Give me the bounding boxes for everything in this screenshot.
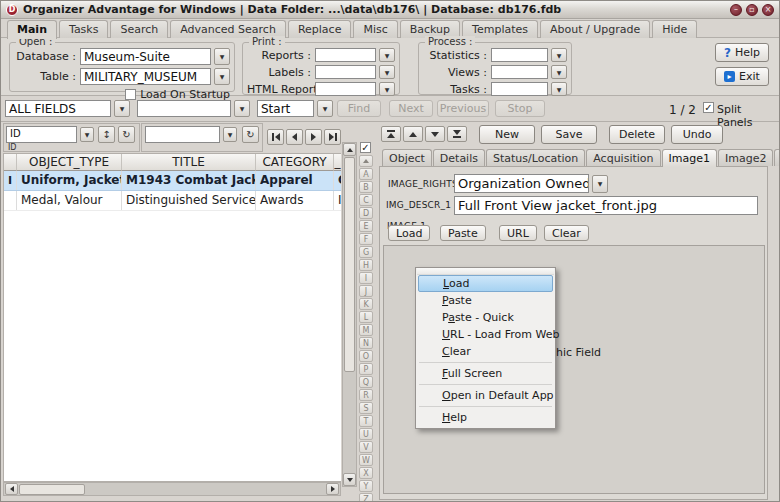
refresh-filter-button[interactable]: ↻: [242, 126, 259, 143]
alphabet-letter-n[interactable]: N: [359, 337, 373, 349]
main-tab-misc[interactable]: Misc: [353, 20, 397, 38]
menu-item-paste[interactable]: Paste: [418, 292, 553, 309]
undo-button[interactable]: Undo: [671, 125, 723, 144]
scroll-up-button[interactable]: [343, 143, 356, 156]
chevron-down-icon[interactable]: ▼: [551, 65, 567, 79]
process-combo-statistics[interactable]: ▼: [491, 48, 567, 62]
chevron-down-icon[interactable]: ▼: [214, 68, 230, 85]
alphabet-letter-b[interactable]: B: [359, 181, 373, 193]
new-button[interactable]: New: [479, 125, 535, 144]
chevron-down-icon[interactable]: ▼: [214, 48, 230, 65]
delete-button[interactable]: Delete: [609, 125, 665, 144]
table-row[interactable]: IUniform, JacketM1943 Combat JacketAppar…: [4, 171, 341, 191]
load-image-button[interactable]: Load: [388, 225, 430, 241]
field-selector-combo[interactable]: ALL FIELDS ▼: [5, 100, 130, 117]
alphabet-letter-e[interactable]: E: [359, 220, 373, 232]
detail-tab-image2[interactable]: Image2: [718, 149, 773, 166]
alphabet-letter-t[interactable]: T: [359, 415, 373, 427]
scroll-down-button[interactable]: [343, 473, 356, 486]
first-record-button[interactable]: [381, 126, 401, 142]
detail-tab-object[interactable]: Object: [382, 149, 432, 166]
paste-image-button[interactable]: Paste: [440, 225, 486, 241]
stop-button[interactable]: Stop: [495, 100, 545, 117]
database-combo[interactable]: Museum-Suite ▼: [80, 48, 230, 65]
scroll-thumb[interactable]: [344, 157, 355, 372]
grid-header-category[interactable]: CATEGORY: [256, 154, 334, 171]
grid-header-indicator[interactable]: [4, 154, 17, 171]
split-panels-checkbox[interactable]: ✓: [703, 102, 714, 113]
menu-item-load[interactable]: Load: [418, 275, 553, 292]
search-term-combo[interactable]: ▼: [137, 100, 250, 117]
find-button[interactable]: Find: [337, 100, 381, 117]
alphabet-letter-k[interactable]: K: [359, 298, 373, 310]
alphabet-letter-s[interactable]: S: [359, 402, 373, 414]
alphabet-letter-m[interactable]: M: [359, 324, 373, 336]
print-combo-reports[interactable]: ▼: [315, 48, 395, 62]
detail-tab-view[interactable]: View: [774, 149, 780, 166]
main-tab-about-upgrade[interactable]: About / Upgrade: [540, 20, 650, 38]
chevron-down-icon[interactable]: ▼: [592, 175, 608, 193]
detail-tab-status-location[interactable]: Status/Location: [486, 149, 585, 166]
print-combo-html-reports[interactable]: ▼: [315, 82, 395, 96]
alphabet-filter-checkbox[interactable]: ✓: [360, 142, 371, 153]
alphabet-letter-z[interactable]: Z: [359, 493, 373, 502]
alphabet-letter-f[interactable]: F: [359, 233, 373, 245]
scroll-right-button[interactable]: [326, 483, 339, 495]
alphabet-letter-g[interactable]: G: [359, 246, 373, 258]
main-tab-main[interactable]: Main: [7, 20, 57, 39]
main-tab-replace[interactable]: Replace: [288, 20, 352, 38]
grid-header-object-type[interactable]: OBJECT_TYPE: [17, 154, 122, 171]
detail-tab-details[interactable]: Details: [433, 149, 485, 166]
alphabet-letter-c[interactable]: C: [359, 194, 373, 206]
chevron-down-icon[interactable]: ▼: [379, 65, 395, 79]
grid-header-[interactable]: _: [334, 154, 341, 171]
image-rights-combo[interactable]: Organization Owned ▼: [454, 174, 608, 193]
title-bar[interactable]: D Organizer Advantage for Windows | Data…: [1, 1, 779, 19]
previous-button[interactable]: Previous: [437, 100, 489, 117]
main-tab-tasks[interactable]: Tasks: [59, 20, 108, 38]
alphabet-letter-w[interactable]: W: [359, 454, 373, 466]
clear-image-button[interactable]: Clear: [544, 225, 589, 241]
main-tab-search[interactable]: Search: [110, 20, 168, 38]
alphabet-letter-x[interactable]: X: [359, 467, 373, 479]
scroll-thumb[interactable]: [19, 484, 85, 495]
alphabet-letter-u[interactable]: U: [359, 428, 373, 440]
main-tab-hide[interactable]: Hide: [652, 20, 697, 38]
records-grid[interactable]: OBJECT_TYPETITLECATEGORY_ IUniform, Jack…: [3, 153, 341, 482]
alphabet-letter-v[interactable]: V: [359, 441, 373, 453]
alphabet-letter-p[interactable]: P: [359, 363, 373, 375]
chevron-down-icon[interactable]: ▼: [551, 82, 567, 96]
grid-header-title[interactable]: TITLE: [122, 154, 256, 171]
alphabet-letter-d[interactable]: D: [359, 207, 373, 219]
alphabet-letter-i[interactable]: I: [359, 272, 373, 284]
last-record-button[interactable]: [447, 126, 467, 142]
table-combo[interactable]: MILITARY_MUSEUM ▼: [80, 68, 230, 85]
alphabet-letter-o[interactable]: O: [359, 350, 373, 362]
last-record-button[interactable]: [324, 129, 341, 145]
process-combo-tasks[interactable]: ▼: [491, 82, 567, 96]
previous-record-button[interactable]: [286, 129, 303, 145]
alphabet-letter-y[interactable]: Y: [359, 480, 373, 492]
detail-tab-acquisition[interactable]: Acquisition: [586, 149, 660, 166]
url-image-button[interactable]: URL: [499, 225, 537, 241]
next-record-button[interactable]: [425, 126, 445, 142]
menu-item-url-load-from-web[interactable]: URL - Load From Web: [418, 326, 553, 343]
chevron-down-icon[interactable]: ▼: [223, 127, 237, 142]
alphabet-letter-a[interactable]: A: [359, 168, 373, 180]
process-combo-views[interactable]: ▼: [491, 65, 567, 79]
close-button[interactable]: ×: [762, 4, 774, 16]
save-button[interactable]: Save: [541, 125, 597, 144]
alphabet-letter-q[interactable]: Q: [359, 376, 373, 388]
maximize-button[interactable]: ▫: [746, 4, 758, 16]
minimize-button[interactable]: –: [730, 4, 742, 16]
scroll-left-button[interactable]: [5, 483, 18, 495]
sort-direction-button[interactable]: ↕: [98, 126, 115, 143]
help-button[interactable]: ? Help: [715, 43, 769, 62]
previous-record-button[interactable]: [403, 126, 423, 142]
print-combo-labels[interactable]: ▼: [315, 65, 395, 79]
chevron-down-icon[interactable]: ▼: [114, 100, 130, 117]
detail-tab-image1[interactable]: Image1: [662, 149, 717, 167]
chevron-down-icon[interactable]: ▼: [80, 127, 94, 142]
alphabet-letter-h[interactable]: H: [359, 259, 373, 271]
sort-field-combo[interactable]: ID ▼: [6, 126, 94, 143]
